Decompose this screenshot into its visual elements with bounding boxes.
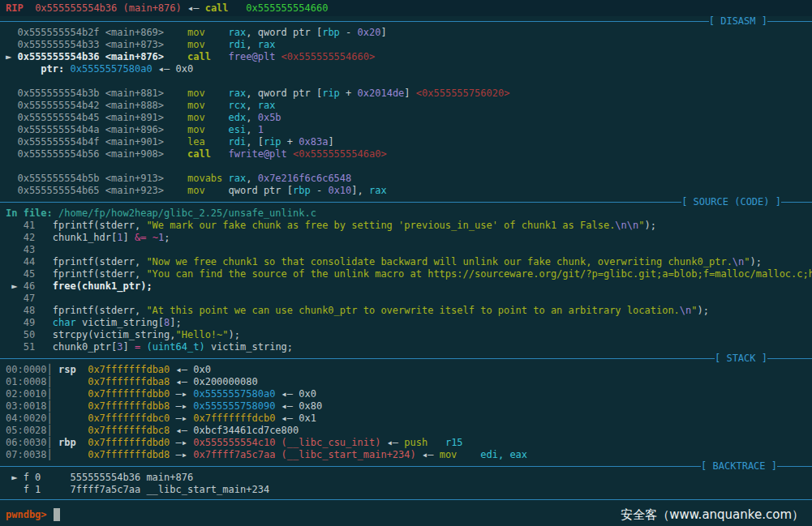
source-panel-line-7: 47 [0,293,812,305]
stack-panel-line-2: 02:0010│ 0x7fffffffdbb0 —▸ 0x5555557580a… [0,388,812,400]
prompt-divider [0,496,812,503]
divider-line [0,466,701,467]
divider-line [0,358,715,359]
command-line-row: pwndbg> 安全客（www.anquanke.com） [0,503,812,526]
disasm-panel-line-1: 0x555555554b33 <main+873> mov rdi, rax [0,39,812,51]
source-panel-line-6: ► 46 free(chunk1_ptr); [0,280,812,293]
backtrace-section-label: [ BACKTRACE ] [701,461,777,472]
divider-line [781,202,812,203]
source-panel-line-10: 50 strcpy(victim_string,"Hello!~"); [0,329,812,341]
stack-panel-line-1: 01:0008│ 0x7fffffffdba8 ◂— 0x200000080 [0,376,812,388]
disasm-panel-line-13: 0x555555554b65 <main+923> mov qword ptr … [0,185,812,197]
stack-panel-line-6: 06:0030│ rbp 0x7fffffffdbd0 —▸ 0x5555555… [0,437,812,449]
pwndbg-terminal[interactable]: RIP 0x555555554b36 (main+876) ◂— call 0x… [0,0,812,526]
command-input-area[interactable]: pwndbg> [0,508,60,521]
stack-section-divider: [ STACK ] [0,353,812,364]
divider-line [0,202,681,203]
rip-legend-bar-line-0: RIP 0x555555554b36 (main+876) ◂— call 0x… [0,0,328,16]
disasm-panel-line-0: 0x555555554b2f <main+869> mov rax, qword… [0,27,812,39]
source-panel-line-4: 44 fprintf(stderr, "Now we free chunk1 s… [0,256,812,268]
source-panel-line-11: 51 chunk0_ptr[3] = (uint64_t) victim_str… [0,341,812,353]
divider-line [767,358,812,359]
disasm-panel-line-11 [0,160,812,173]
stack-panel-line-3: 03:0018│ 0x7fffffffdbb8 —▸ 0x55555575809… [0,400,812,413]
source-panel-line-5: 45 fprintf(stderr, "You can find the sou… [0,268,812,280]
source-section-label: [ SOURCE (CODE) ] [681,197,781,207]
disasm-section-label: [ DISASM ] [709,16,767,27]
backtrace-panel: ► f 0 555555554b36 main+876 f 1 7ffff7a5… [0,472,812,496]
source-panel: In file: /home/fp/how2heap/glibc_2.25/un… [0,207,812,353]
source-panel-line-0: In file: /home/fp/how2heap/glibc_2.25/un… [0,207,812,220]
disasm-panel-line-2: ► 0x555555554b36 <main+876> call free@pl… [0,51,812,63]
prompt-label: pwndbg> [0,509,53,520]
stack-panel-line-5: 05:0028│ 0x7fffffffdbc8 ◂— 0xbcf34461cd7… [0,425,812,437]
stack-section-label: [ STACK ] [715,353,767,364]
terminal-cursor[interactable] [54,508,60,521]
disasm-panel-line-4 [0,75,812,88]
divider-line [0,21,709,22]
disasm-panel-line-10: 0x555555554b56 <main+908> call fwrite@pl… [0,148,812,160]
stack-panel: 00:0000│ rsp 0x7fffffffdba0 ◂— 0x001:000… [0,364,812,461]
backtrace-panel-line-0: ► f 0 555555554b36 main+876 [0,472,812,484]
disasm-section-divider: [ DISASM ] [0,16,812,27]
backtrace-section-divider: [ BACKTRACE ] [0,461,812,472]
backtrace-panel-line-1: f 1 7ffff7a5c7aa __libc_start_main+234 [0,484,812,496]
divider-line [767,21,812,22]
source-panel-line-8: 48 fprintf(stderr, "At this point we can… [0,305,812,317]
disasm-panel-line-9: 0x555555554b4f <main+901> lea rdi, [rip … [0,136,812,148]
disasm-panel-line-3: ptr: 0x5555557580a0 ◂— 0x0 [0,63,812,75]
disasm-panel: 0x555555554b2f <main+869> mov rax, qword… [0,27,812,197]
disasm-panel-line-8: 0x555555554b4a <main+896> mov esi, 1 [0,124,812,136]
source-panel-line-1: 41 fprintf(stderr, "We mark our fake chu… [0,220,812,232]
stack-panel-line-4: 04:0020│ 0x7fffffffdbc0 —▸ 0x7fffffffdcb… [0,413,812,425]
stack-panel-line-0: 00:0000│ rsp 0x7fffffffdba0 ◂— 0x0 [0,364,812,376]
source-panel-line-9: 49 char victim_string[8]; [0,317,812,329]
disasm-panel-line-6: 0x555555554b42 <main+888> mov rcx, rax [0,100,812,112]
source-panel-line-3: 43 [0,244,812,256]
divider-line [777,466,812,467]
disasm-panel-line-12: 0x555555554b5b <main+913> movabs rax, 0x… [0,173,812,185]
source-panel-line-2: 42 chunk1_hdr[1] &= ~1; [0,232,812,244]
disasm-panel-line-7: 0x555555554b45 <main+891> mov edx, 0x5b [0,112,812,124]
stack-panel-line-7: 07:0038│ 0x7fffffffdbd8 —▸ 0x7ffff7a5c7a… [0,449,812,461]
source-section-divider: [ SOURCE (CODE) ] [0,197,812,207]
divider-line [0,499,812,500]
watermark: 安全客（www.anquanke.com） [621,509,812,521]
disasm-panel-line-5: 0x555555554b3b <main+881> mov rax, qword… [0,88,812,100]
rip-legend-bar: RIP 0x555555554b36 (main+876) ◂— call 0x… [0,0,812,16]
